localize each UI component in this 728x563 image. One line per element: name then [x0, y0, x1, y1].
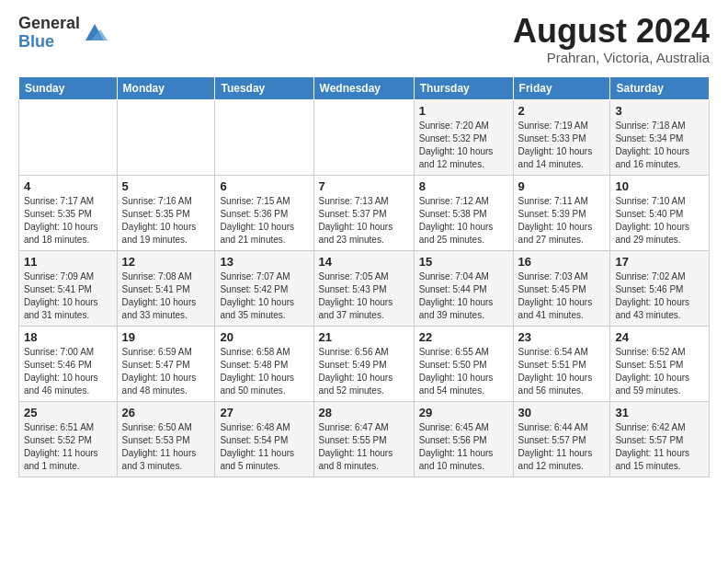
calendar-cell: 20Sunrise: 6:58 AMSunset: 5:48 PMDayligh…	[215, 327, 313, 402]
week-row-3: 11Sunrise: 7:09 AMSunset: 5:41 PMDayligh…	[19, 251, 710, 327]
day-info: Sunrise: 6:52 AMSunset: 5:51 PMDaylight:…	[615, 346, 704, 397]
calendar-body: 1Sunrise: 7:20 AMSunset: 5:32 PMDaylight…	[19, 100, 710, 477]
day-info: Sunrise: 7:13 AMSunset: 5:37 PMDaylight:…	[319, 195, 409, 247]
day-info: Sunrise: 7:04 AMSunset: 5:44 PMDaylight:…	[419, 270, 508, 322]
calendar-cell: 28Sunrise: 6:47 AMSunset: 5:55 PMDayligh…	[313, 402, 414, 477]
day-number: 22	[419, 330, 508, 344]
header: General Blue August 2024 Prahran, Victor…	[18, 15, 710, 65]
day-number: 15	[419, 255, 508, 269]
day-number: 19	[122, 330, 210, 344]
calendar-cell: 10Sunrise: 7:10 AMSunset: 5:40 PMDayligh…	[610, 176, 710, 251]
day-info: Sunrise: 6:45 AMSunset: 5:56 PMDaylight:…	[419, 421, 508, 473]
day-info: Sunrise: 6:44 AMSunset: 5:57 PMDaylight:…	[518, 421, 606, 473]
day-number: 17	[615, 255, 704, 269]
day-number: 24	[615, 330, 704, 344]
calendar-cell: 7Sunrise: 7:13 AMSunset: 5:37 PMDaylight…	[313, 176, 414, 251]
calendar-cell: 21Sunrise: 6:56 AMSunset: 5:49 PMDayligh…	[313, 327, 414, 402]
calendar-cell: 26Sunrise: 6:50 AMSunset: 5:53 PMDayligh…	[117, 402, 215, 477]
calendar-cell: 29Sunrise: 6:45 AMSunset: 5:56 PMDayligh…	[414, 402, 513, 477]
calendar-cell: 30Sunrise: 6:44 AMSunset: 5:57 PMDayligh…	[513, 402, 610, 477]
day-number: 14	[319, 255, 409, 269]
calendar-cell: 11Sunrise: 7:09 AMSunset: 5:41 PMDayligh…	[19, 251, 118, 327]
calendar-table: Sunday Monday Tuesday Wednesday Thursday…	[18, 76, 710, 477]
day-info: Sunrise: 6:48 AMSunset: 5:54 PMDaylight:…	[220, 421, 308, 473]
calendar-cell: 4Sunrise: 7:17 AMSunset: 5:35 PMDaylight…	[19, 176, 118, 251]
day-info: Sunrise: 7:17 AMSunset: 5:35 PMDaylight:…	[24, 195, 112, 247]
day-number: 9	[518, 179, 606, 193]
day-info: Sunrise: 6:56 AMSunset: 5:49 PMDaylight:…	[319, 346, 409, 397]
day-number: 1	[419, 104, 508, 118]
calendar-cell: 1Sunrise: 7:20 AMSunset: 5:32 PMDaylight…	[414, 100, 513, 176]
day-info: Sunrise: 6:42 AMSunset: 5:57 PMDaylight:…	[615, 421, 704, 473]
calendar-cell: 23Sunrise: 6:54 AMSunset: 5:51 PMDayligh…	[513, 327, 610, 402]
week-row-1: 1Sunrise: 7:20 AMSunset: 5:32 PMDaylight…	[19, 100, 710, 176]
calendar-cell: 27Sunrise: 6:48 AMSunset: 5:54 PMDayligh…	[215, 402, 313, 477]
col-wednesday: Wednesday	[313, 77, 414, 100]
page: General Blue August 2024 Prahran, Victor…	[0, 0, 728, 487]
day-info: Sunrise: 7:09 AMSunset: 5:41 PMDaylight:…	[24, 270, 112, 322]
day-number: 23	[518, 330, 606, 344]
day-info: Sunrise: 7:03 AMSunset: 5:45 PMDaylight:…	[518, 270, 606, 322]
day-info: Sunrise: 6:51 AMSunset: 5:52 PMDaylight:…	[24, 421, 112, 473]
day-info: Sunrise: 7:12 AMSunset: 5:38 PMDaylight:…	[419, 195, 508, 247]
day-number: 3	[615, 104, 704, 118]
calendar-cell: 9Sunrise: 7:11 AMSunset: 5:39 PMDaylight…	[513, 176, 610, 251]
calendar-cell: 25Sunrise: 6:51 AMSunset: 5:52 PMDayligh…	[19, 402, 118, 477]
calendar-cell	[19, 100, 118, 176]
calendar-cell: 17Sunrise: 7:02 AMSunset: 5:46 PMDayligh…	[610, 251, 710, 327]
day-number: 29	[419, 406, 508, 419]
logo: General Blue	[18, 15, 108, 52]
day-info: Sunrise: 7:16 AMSunset: 5:35 PMDaylight:…	[122, 195, 210, 247]
calendar-cell: 19Sunrise: 6:59 AMSunset: 5:47 PMDayligh…	[117, 327, 215, 402]
calendar-cell	[313, 100, 414, 176]
calendar-cell: 24Sunrise: 6:52 AMSunset: 5:51 PMDayligh…	[610, 327, 710, 402]
logo-text: General Blue	[18, 15, 80, 52]
col-saturday: Saturday	[610, 77, 710, 100]
day-number: 16	[518, 255, 606, 269]
day-info: Sunrise: 7:15 AMSunset: 5:36 PMDaylight:…	[220, 195, 308, 247]
title-location: Prahran, Victoria, Australia	[513, 50, 710, 65]
calendar-cell	[215, 100, 313, 176]
day-number: 11	[24, 255, 112, 269]
week-row-4: 18Sunrise: 7:00 AMSunset: 5:46 PMDayligh…	[19, 327, 710, 402]
col-monday: Monday	[117, 77, 215, 100]
col-sunday: Sunday	[19, 77, 118, 100]
day-number: 28	[319, 406, 409, 419]
day-number: 18	[24, 330, 112, 344]
day-number: 20	[220, 330, 308, 344]
week-row-2: 4Sunrise: 7:17 AMSunset: 5:35 PMDaylight…	[19, 176, 710, 251]
day-info: Sunrise: 7:19 AMSunset: 5:33 PMDaylight:…	[518, 120, 606, 171]
col-friday: Friday	[513, 77, 610, 100]
day-info: Sunrise: 7:18 AMSunset: 5:34 PMDaylight:…	[615, 120, 704, 171]
day-info: Sunrise: 7:10 AMSunset: 5:40 PMDaylight:…	[615, 195, 704, 247]
calendar-cell: 12Sunrise: 7:08 AMSunset: 5:41 PMDayligh…	[117, 251, 215, 327]
day-number: 26	[122, 406, 210, 419]
title-block: August 2024 Prahran, Victoria, Australia	[513, 15, 710, 65]
day-info: Sunrise: 6:55 AMSunset: 5:50 PMDaylight:…	[419, 346, 508, 397]
day-info: Sunrise: 6:50 AMSunset: 5:53 PMDaylight:…	[122, 421, 210, 473]
day-number: 4	[24, 179, 112, 193]
col-thursday: Thursday	[414, 77, 513, 100]
day-number: 12	[122, 255, 210, 269]
day-info: Sunrise: 6:47 AMSunset: 5:55 PMDaylight:…	[319, 421, 409, 473]
calendar-cell: 3Sunrise: 7:18 AMSunset: 5:34 PMDaylight…	[610, 100, 710, 176]
header-row: Sunday Monday Tuesday Wednesday Thursday…	[19, 77, 710, 100]
day-number: 2	[518, 104, 606, 118]
logo-general: General	[18, 15, 80, 33]
day-info: Sunrise: 7:00 AMSunset: 5:46 PMDaylight:…	[24, 346, 112, 397]
calendar-cell: 6Sunrise: 7:15 AMSunset: 5:36 PMDaylight…	[215, 176, 313, 251]
day-number: 5	[122, 179, 210, 193]
day-info: Sunrise: 6:58 AMSunset: 5:48 PMDaylight:…	[220, 346, 308, 397]
calendar-cell: 14Sunrise: 7:05 AMSunset: 5:43 PMDayligh…	[313, 251, 414, 327]
day-number: 7	[319, 179, 409, 193]
day-info: Sunrise: 7:05 AMSunset: 5:43 PMDaylight:…	[319, 270, 409, 322]
calendar-cell: 18Sunrise: 7:00 AMSunset: 5:46 PMDayligh…	[19, 327, 118, 402]
calendar-cell: 22Sunrise: 6:55 AMSunset: 5:50 PMDayligh…	[414, 327, 513, 402]
calendar-cell: 31Sunrise: 6:42 AMSunset: 5:57 PMDayligh…	[610, 402, 710, 477]
day-info: Sunrise: 7:07 AMSunset: 5:42 PMDaylight:…	[220, 270, 308, 322]
calendar-cell	[117, 100, 215, 176]
day-number: 27	[220, 406, 308, 419]
day-number: 10	[615, 179, 704, 193]
day-number: 21	[319, 330, 409, 344]
day-number: 8	[419, 179, 508, 193]
